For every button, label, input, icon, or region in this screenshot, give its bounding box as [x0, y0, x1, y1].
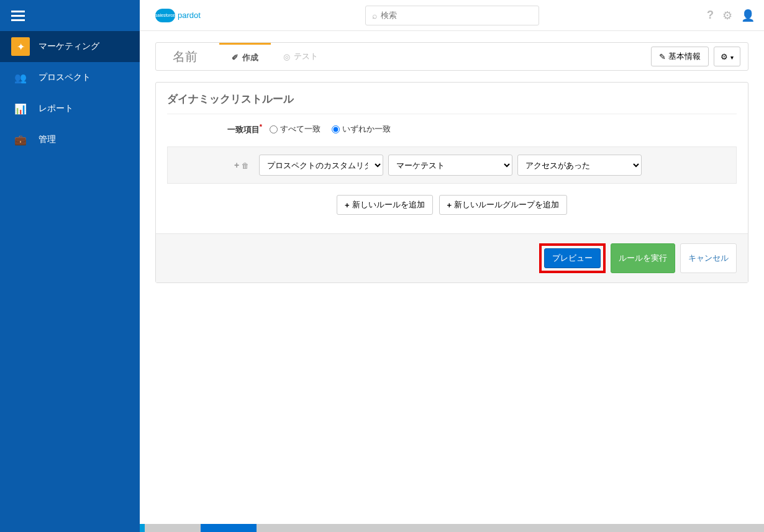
- trash-icon[interactable]: [242, 160, 249, 170]
- sidebar-item-prospect[interactable]: プロスペクト: [0, 62, 140, 93]
- button-label: ルールを実行: [619, 253, 667, 264]
- highlight-box: プレビュー: [539, 243, 606, 273]
- wand-icon: [11, 37, 30, 56]
- logo[interactable]: salesforce pardot: [155, 9, 201, 22]
- search-box[interactable]: [365, 6, 539, 25]
- bottom-strip: [0, 524, 764, 532]
- briefcase-icon: [11, 130, 30, 149]
- sidebar-item-admin[interactable]: 管理: [0, 124, 140, 155]
- topbar-icons: [707, 9, 755, 22]
- logo-product: pardot: [178, 11, 201, 20]
- rule-field-select[interactable]: プロスペクトのカスタムリダ: [259, 155, 383, 176]
- run-rules-button[interactable]: ルールを実行: [611, 243, 675, 273]
- plus-icon: [447, 201, 452, 210]
- rule-value-select[interactable]: マーケテスト: [388, 155, 512, 176]
- rule-row-icons: [234, 160, 249, 170]
- sidebar-item-label: マーケティング: [39, 41, 99, 52]
- header-tabs: 作成 テスト: [219, 43, 330, 70]
- sidebar-item-label: 管理: [39, 134, 56, 145]
- settings-icon[interactable]: [722, 9, 732, 22]
- add-rule-button[interactable]: 新しいルールを追加: [337, 195, 433, 215]
- radio-match-all-input[interactable]: [270, 125, 278, 133]
- button-label: キャンセル: [688, 253, 729, 264]
- basic-info-button[interactable]: 基本情報: [651, 47, 709, 66]
- help-icon[interactable]: [707, 9, 714, 22]
- tab-label: テスト: [294, 51, 318, 62]
- radio-match-any[interactable]: いずれか一致: [332, 124, 391, 135]
- sidebar-top: [0, 0, 140, 31]
- page-title: 名前: [163, 48, 207, 65]
- preview-button[interactable]: プレビュー: [544, 248, 601, 268]
- sidebar-item-report[interactable]: レポート: [0, 93, 140, 124]
- search-wrap: [365, 6, 539, 25]
- sidebar-item-marketing[interactable]: マーケティング: [0, 31, 140, 62]
- radio-label: すべて一致: [280, 124, 321, 135]
- gear-icon: [721, 52, 728, 61]
- sidebar: マーケティング プロスペクト レポート 管理: [0, 0, 140, 532]
- match-row: 一致項目* すべて一致 いずれか一致: [167, 114, 737, 147]
- plus-icon: [345, 201, 350, 210]
- settings-dropdown-button[interactable]: [714, 47, 740, 66]
- users-icon: [11, 68, 30, 87]
- radio-match-all[interactable]: すべて一致: [270, 124, 321, 135]
- radio-label: いずれか一致: [342, 124, 391, 135]
- cancel-button[interactable]: キャンセル: [680, 243, 737, 273]
- tab-test[interactable]: テスト: [271, 43, 330, 70]
- rule-operator-select[interactable]: アクセスがあった: [517, 155, 642, 176]
- search-input[interactable]: [381, 11, 532, 20]
- button-label: 基本情報: [668, 51, 701, 62]
- chart-icon: [11, 99, 30, 118]
- add-buttons: 新しいルールを追加 新しいルールグループを追加: [167, 195, 737, 233]
- button-label: 新しいルールを追加: [352, 199, 425, 210]
- search-icon: [372, 11, 377, 20]
- rule-row: プロスペクトのカスタムリダ マーケテスト アクセスがあった: [167, 147, 737, 184]
- rules-title: ダイナミックリストルール: [167, 92, 737, 114]
- match-label: 一致項目*: [167, 123, 270, 135]
- add-rule-group-button[interactable]: 新しいルールグループを追加: [439, 195, 568, 215]
- sidebar-item-label: プロスペクト: [39, 72, 91, 83]
- hamburger-icon[interactable]: [11, 8, 25, 24]
- salesforce-cloud-icon: salesforce: [155, 9, 175, 22]
- target-icon: [283, 52, 290, 61]
- rules-panel: ダイナミックリストルール 一致項目* すべて一致: [155, 82, 748, 283]
- button-label: プレビュー: [552, 253, 593, 264]
- plus-icon[interactable]: [234, 160, 239, 170]
- match-radio-group: すべて一致 いずれか一致: [270, 124, 391, 135]
- user-icon[interactable]: [741, 9, 755, 22]
- tab-create[interactable]: 作成: [219, 43, 271, 70]
- edit-icon: [232, 53, 239, 62]
- radio-match-any-input[interactable]: [332, 125, 340, 133]
- chevron-down-icon: [730, 52, 734, 61]
- sidebar-item-label: レポート: [39, 103, 73, 114]
- button-label: 新しいルールグループを追加: [454, 199, 559, 210]
- content: 名前 作成 テスト 基本情報: [140, 31, 764, 532]
- header-panel: 名前 作成 テスト 基本情報: [155, 42, 748, 71]
- pencil-icon: [659, 52, 666, 61]
- main-area: salesforce pardot 名前: [140, 0, 764, 532]
- tab-label: 作成: [242, 52, 258, 63]
- footer-bar: プレビュー ルールを実行 キャンセル: [156, 233, 748, 282]
- topbar: salesforce pardot: [140, 0, 764, 31]
- header-actions: 基本情報: [651, 47, 740, 66]
